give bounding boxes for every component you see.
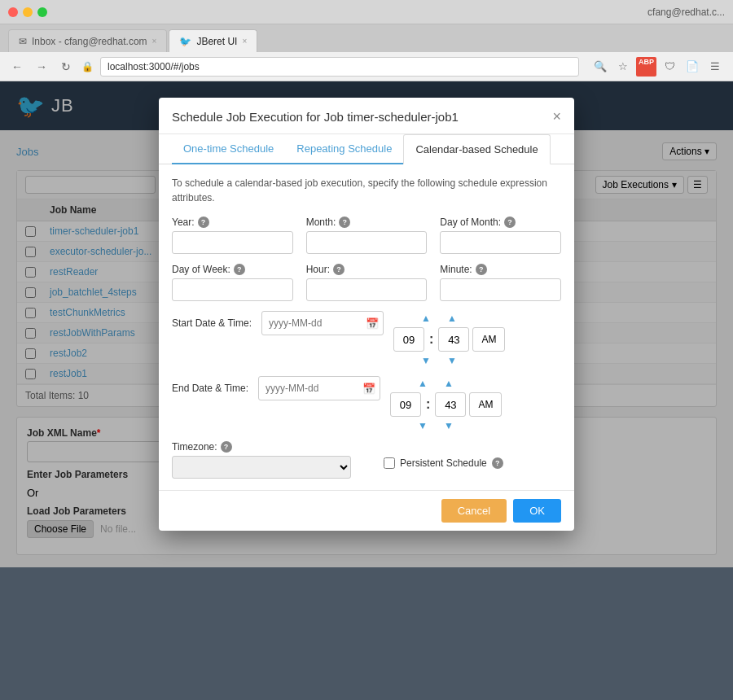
tab-one-time-schedule[interactable]: One-time Schedule bbox=[172, 134, 285, 164]
dayofweek-field-group: Day of Week: ? bbox=[172, 264, 293, 301]
nav-icons: 🔍 ☆ ABP 🛡 📄 ☰ bbox=[590, 57, 725, 77]
search-icon-btn[interactable]: 🔍 bbox=[590, 57, 610, 77]
refresh-button[interactable]: ↻ bbox=[57, 58, 75, 76]
month-help-icon[interactable]: ? bbox=[339, 217, 350, 228]
modal-footer: Cancel OK bbox=[159, 490, 574, 531]
tab-calendar-schedule[interactable]: Calendar-based Schedule bbox=[403, 134, 550, 164]
forward-button[interactable]: → bbox=[33, 58, 50, 76]
modal-header: Schedule Job Execution for Job timer-sch… bbox=[159, 98, 574, 134]
timezone-help-icon[interactable]: ? bbox=[221, 441, 232, 453]
start-date-wrap: 📅 bbox=[261, 311, 384, 335]
browser-tab-jberet[interactable]: 🐦 JBeret UI × bbox=[169, 29, 257, 52]
start-datetime-section: Start Date & Time: 📅 ▲ ▲ bbox=[172, 311, 561, 368]
end-date-input-wrap: 📅 bbox=[258, 376, 380, 400]
tab-one-time-label: One-time Schedule bbox=[183, 142, 274, 155]
hour-label: Hour: ? bbox=[306, 264, 428, 275]
month-field-group: Month: ? bbox=[306, 217, 428, 254]
end-time-up-row: ▲ ▲ bbox=[390, 376, 502, 391]
modal-tabs: One-time Schedule Repeating Schedule Cal… bbox=[159, 134, 574, 164]
maximize-traffic-light[interactable] bbox=[37, 7, 47, 17]
month-input[interactable] bbox=[306, 231, 428, 254]
year-label: Year: ? bbox=[172, 217, 293, 228]
minute-help-icon[interactable]: ? bbox=[476, 264, 487, 275]
dayofmonth-help-icon[interactable]: ? bbox=[504, 217, 516, 228]
cancel-button[interactable]: Cancel bbox=[441, 499, 507, 523]
year-help-icon[interactable]: ? bbox=[198, 217, 209, 228]
start-hour-down-button[interactable]: ▼ bbox=[415, 353, 437, 368]
end-time-controls: : AM bbox=[390, 392, 502, 417]
timezone-select[interactable] bbox=[172, 456, 351, 479]
end-time-colon: : bbox=[424, 397, 432, 412]
start-time-controls: : AM bbox=[393, 327, 505, 352]
persistent-help-icon[interactable]: ? bbox=[492, 457, 503, 469]
end-calendar-icon[interactable]: 📅 bbox=[362, 383, 375, 395]
menu-icon-btn[interactable]: ☰ bbox=[705, 57, 725, 77]
minimize-traffic-light[interactable] bbox=[23, 7, 33, 17]
dayofweek-help-icon[interactable]: ? bbox=[234, 264, 245, 275]
star-icon-btn[interactable]: ☆ bbox=[613, 57, 633, 77]
persistent-schedule-checkbox[interactable] bbox=[384, 457, 395, 469]
start-minute-down-button[interactable]: ▼ bbox=[441, 353, 463, 368]
modal-description: To schedule a calendar-based job executi… bbox=[172, 176, 561, 205]
jberet-tab-label: JBeret UI bbox=[196, 36, 237, 47]
start-datetime-label: Start Date & Time: bbox=[172, 311, 252, 329]
jberet-tab-close[interactable]: × bbox=[242, 37, 247, 46]
end-time-down-row: ▼ ▼ bbox=[390, 418, 502, 433]
inbox-tab-label: Inbox - cfang@redhat.com bbox=[32, 36, 147, 47]
month-label: Month: ? bbox=[306, 217, 428, 228]
modal-close-button[interactable]: × bbox=[552, 109, 561, 124]
shield-icon-btn[interactable]: 🛡 bbox=[660, 57, 679, 77]
end-ampm-button[interactable]: AM bbox=[469, 392, 502, 417]
end-hour-down-button[interactable]: ▼ bbox=[411, 418, 434, 433]
timezone-group: Timezone: ? bbox=[172, 441, 351, 479]
year-input[interactable] bbox=[172, 231, 293, 254]
user-email: cfang@redhat.c... bbox=[647, 7, 725, 18]
jberet-tab-icon: 🐦 bbox=[179, 36, 191, 47]
end-datetime-label: End Date & Time: bbox=[172, 376, 248, 394]
modal-title: Schedule Job Execution for Job timer-sch… bbox=[172, 110, 459, 124]
ok-button[interactable]: OK bbox=[513, 499, 561, 523]
end-minute-down-button[interactable]: ▼ bbox=[437, 418, 460, 433]
minute-label: Minute: ? bbox=[440, 264, 561, 275]
tab-calendar-label: Calendar-based Schedule bbox=[415, 143, 538, 155]
minute-field-group: Minute: ? bbox=[440, 264, 561, 301]
dayofweek-hour-minute-row: Day of Week: ? Hour: ? bbox=[172, 264, 561, 301]
end-time-picker: ▲ ▲ : AM ▼ ▼ bbox=[390, 376, 502, 433]
browser-tabs-bar: ✉ Inbox - cfang@redhat.com × 🐦 JBeret UI… bbox=[0, 24, 733, 52]
start-hour-up-button[interactable]: ▲ bbox=[415, 311, 437, 326]
browser-titlebar: cfang@redhat.c... bbox=[0, 0, 733, 24]
start-calendar-icon[interactable]: 📅 bbox=[366, 317, 379, 330]
dayofweek-input[interactable] bbox=[172, 278, 293, 301]
hour-help-icon[interactable]: ? bbox=[333, 264, 345, 275]
browser-tab-inbox[interactable]: ✉ Inbox - cfang@redhat.com × bbox=[8, 29, 167, 52]
time-colon: : bbox=[428, 332, 435, 347]
close-traffic-light[interactable] bbox=[8, 7, 18, 17]
dayofmonth-input[interactable] bbox=[440, 231, 561, 254]
tab-repeating-label: Repeating Schedule bbox=[296, 142, 392, 155]
hour-input[interactable] bbox=[306, 278, 428, 301]
traffic-lights bbox=[8, 7, 47, 17]
end-hour-field[interactable] bbox=[390, 392, 421, 417]
start-minute-up-button[interactable]: ▲ bbox=[441, 311, 463, 326]
end-minute-up-button[interactable]: ▲ bbox=[437, 376, 460, 391]
start-date-input-wrap: 📅 bbox=[261, 311, 384, 335]
start-time-down-row: ▼ ▼ bbox=[393, 353, 505, 368]
end-hour-up-button[interactable]: ▲ bbox=[411, 376, 434, 391]
browser-chrome: cfang@redhat.c... ✉ Inbox - cfang@redhat… bbox=[0, 0, 733, 81]
year-month-dayofmonth-row: Year: ? Month: ? Day o bbox=[172, 217, 561, 254]
minute-input[interactable] bbox=[440, 278, 561, 301]
modal-body: To schedule a calendar-based job executi… bbox=[159, 164, 574, 490]
reader-icon-btn[interactable]: 📄 bbox=[683, 57, 702, 77]
end-minute-field[interactable] bbox=[435, 392, 466, 417]
start-hour-field[interactable] bbox=[393, 327, 424, 352]
address-bar[interactable] bbox=[100, 57, 579, 77]
start-ampm-button[interactable]: AM bbox=[472, 327, 505, 352]
dayofmonth-label: Day of Month: ? bbox=[440, 217, 561, 228]
inbox-tab-icon: ✉ bbox=[19, 36, 27, 47]
hour-field-group: Hour: ? bbox=[306, 264, 428, 301]
inbox-tab-close[interactable]: × bbox=[152, 37, 157, 46]
tab-repeating-schedule[interactable]: Repeating Schedule bbox=[285, 134, 403, 164]
modal-backdrop: Schedule Job Execution for Job timer-sch… bbox=[0, 81, 733, 700]
back-button[interactable]: ← bbox=[8, 58, 26, 76]
start-minute-field[interactable] bbox=[438, 327, 469, 352]
